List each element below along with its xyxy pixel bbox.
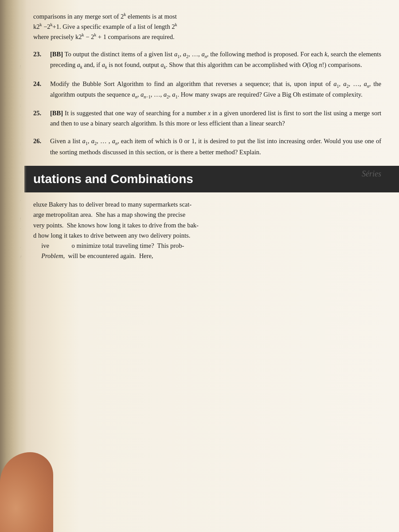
top-text-block: comparisons in any merge sort of 2k elem… xyxy=(33,9,381,42)
problem-23-text: [BB] To output the distinct items of a g… xyxy=(50,49,381,71)
top-line-1: comparisons in any merge sort of 2k elem… xyxy=(33,13,177,20)
problem-24: 24. Modify the Bubble Sort Algorithm to … xyxy=(33,79,381,101)
problem-25-text: [BB] It is suggested that one way of sea… xyxy=(50,108,381,128)
problem-23-tag: [BB] xyxy=(50,51,63,58)
problem-24-text: Modify the Bubble Sort Algorithm to find… xyxy=(50,79,381,101)
problem-25-tag: [BB] xyxy=(50,110,63,117)
top-line-2: k2k −2k+1. Give a specific example of a … xyxy=(33,23,177,30)
bottom-para-4: d how long it takes to drive between any… xyxy=(33,231,381,241)
problem-26: 26. Given a list a1, a2, … , an, each it… xyxy=(33,136,381,157)
section-header-container: utations and Combinations Séries xyxy=(24,166,399,192)
problem-26-text: Given a list a1, a2, … , an, each item o… xyxy=(50,136,381,157)
bottom-text-block: eluxe Bakery has to deliver bread to man… xyxy=(33,200,381,261)
page-container: , a₂, and …, re- ists or- − 1 ars sus or… xyxy=(0,0,399,532)
section-header-text: utations and Combinations xyxy=(33,172,193,186)
problem-25-number: 25. xyxy=(33,108,50,128)
bottom-para-1: eluxe Bakery has to deliver bread to man… xyxy=(33,200,381,210)
problem-25: 25. [BB] It is suggested that one way of… xyxy=(33,108,381,128)
finger xyxy=(0,452,53,532)
book-spine-shadow xyxy=(0,0,27,532)
problem-23: 23. [BB] To output the distinct items of… xyxy=(33,49,381,71)
top-line-3: where precisely k2k − 2k + 1 comparisons… xyxy=(33,33,175,40)
bottom-para-6: Problem, will be encountered again. Here… xyxy=(33,251,381,261)
bottom-para-3: very points. She knows how long it takes… xyxy=(33,220,381,231)
problem-24-number: 24. xyxy=(33,79,50,101)
bottom-para-5: ive o minimize total traveling time? Thi… xyxy=(33,241,381,251)
problem-26-number: 26. xyxy=(33,136,50,157)
bottom-para-2: arge metropolitan area. She has a map sh… xyxy=(33,210,381,220)
problem-23-number: 23. xyxy=(33,49,50,71)
main-content: comparisons in any merge sort of 2k elem… xyxy=(24,0,399,532)
section-header-watermark: Séries xyxy=(362,169,381,179)
